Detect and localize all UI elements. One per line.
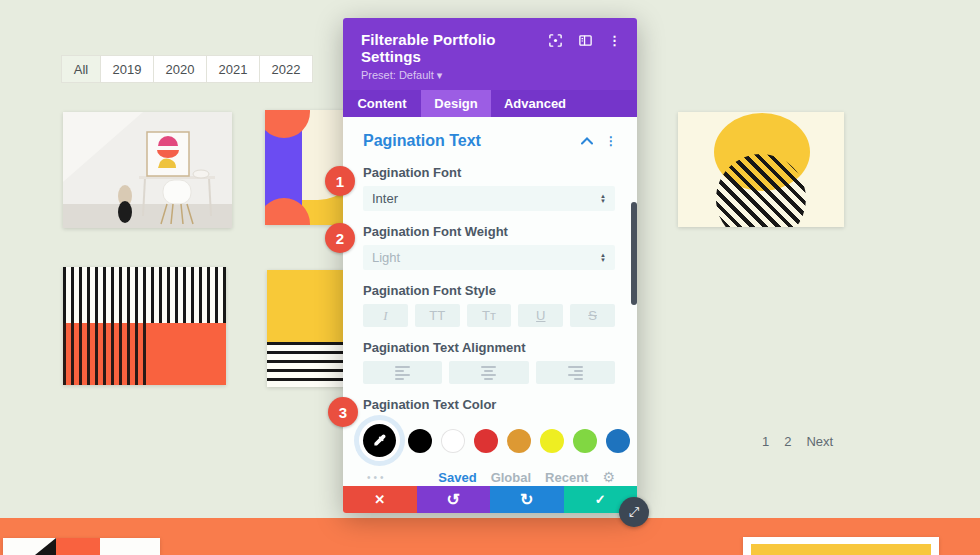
swatch-blue[interactable] xyxy=(606,429,630,453)
tab-advanced[interactable]: Advanced xyxy=(491,90,579,117)
yellow-rect-shape xyxy=(751,544,931,555)
pagination-page-2[interactable]: 2 xyxy=(784,434,791,449)
current-color-eyedropper[interactable] xyxy=(363,424,396,457)
tab-content[interactable]: Content xyxy=(343,90,421,117)
pagination-font-weight-label: Pagination Font Weight xyxy=(363,224,615,239)
pagination-font-weight-select[interactable]: Light ▲▼ xyxy=(363,245,615,270)
swatch-green[interactable] xyxy=(573,429,597,453)
redo-button[interactable]: ↻ xyxy=(490,486,564,513)
text-alignment-button-group xyxy=(363,361,615,384)
align-right-button[interactable] xyxy=(536,361,615,384)
annotation-badge-3: 3 xyxy=(328,397,358,427)
pagination-text-color-label: Pagination Text Color xyxy=(363,397,615,412)
small-caps-button[interactable]: Tᴛ xyxy=(467,304,512,327)
align-center-button[interactable] xyxy=(449,361,528,384)
palette-tab-saved[interactable]: Saved xyxy=(438,470,476,485)
page: All 2019 2020 2021 2022 xyxy=(0,0,980,555)
portfolio-item-cropped-right[interactable] xyxy=(743,537,939,555)
annotation-badge-1: 1 xyxy=(325,166,355,196)
section-title: Pagination Text xyxy=(363,132,481,150)
modal-title: Filterable Portfolio Settings xyxy=(361,31,548,65)
section-menu-ellipsis-icon[interactable]: ⋮ xyxy=(605,134,617,148)
modal-tab-bar: Content Design Advanced xyxy=(343,90,637,117)
align-right-icon xyxy=(568,366,583,380)
undo-icon: ↺ xyxy=(447,490,460,509)
focus-module-icon[interactable] xyxy=(548,33,563,48)
stripe-overlay xyxy=(63,323,149,385)
filter-tab-2019[interactable]: 2019 xyxy=(100,55,154,83)
portfolio-filter-bar: All 2019 2020 2021 2022 xyxy=(61,55,313,83)
modal-footer-actions: ✕ ↺ ↻ ✓ xyxy=(343,486,637,513)
pagination-font-label: Pagination Font xyxy=(363,165,615,180)
modal-header[interactable]: Filterable Portfolio Settings ⋮ Preset: … xyxy=(343,18,637,90)
split-view-icon[interactable] xyxy=(578,33,593,48)
align-center-icon xyxy=(481,366,496,380)
undo-button[interactable]: ↺ xyxy=(417,486,491,513)
preset-selector[interactable]: Preset: Default ▾ xyxy=(361,69,621,82)
gear-icon[interactable]: ⚙ xyxy=(602,469,615,485)
portfolio-item-cropped-left[interactable] xyxy=(3,538,160,555)
align-left-icon xyxy=(395,366,410,380)
eyedropper-icon xyxy=(373,434,386,447)
vertical-stripes xyxy=(63,267,226,323)
modal-menu-ellipsis-icon[interactable]: ⋮ xyxy=(608,35,621,47)
portfolio-pagination: 1 2 Next xyxy=(762,434,833,449)
italic-button[interactable]: I xyxy=(363,304,408,327)
swatch-black[interactable] xyxy=(408,429,432,453)
pagination-text-alignment-label: Pagination Text Alignment xyxy=(363,340,615,355)
filterable-portfolio-settings-modal: Filterable Portfolio Settings ⋮ Preset: … xyxy=(343,18,637,513)
orange-rect-shape xyxy=(56,538,100,555)
swatch-red[interactable] xyxy=(474,429,498,453)
tab-design[interactable]: Design xyxy=(421,90,491,117)
redo-icon: ↻ xyxy=(520,490,533,509)
font-style-button-group: I TT Tᴛ U S xyxy=(363,304,615,327)
annotation-badge-2: 2 xyxy=(325,223,355,253)
resize-arrows-icon: ⤢ xyxy=(629,504,639,520)
pagination-page-1[interactable]: 1 xyxy=(762,434,769,449)
more-options-dots-icon[interactable]: ••• xyxy=(367,472,387,483)
pagination-font-value: Inter xyxy=(372,191,398,206)
color-swatch-row xyxy=(363,424,615,457)
purple-column xyxy=(265,110,302,225)
palette-tab-recent[interactable]: Recent xyxy=(545,470,588,485)
pagination-font-select[interactable]: Inter ▲▼ xyxy=(363,186,615,211)
section-header-pagination-text: Pagination Text ⋮ xyxy=(343,117,637,152)
modal-body: Pagination Text ⋮ Pagination Font Inter … xyxy=(343,117,637,513)
palette-tab-global[interactable]: Global xyxy=(491,470,531,485)
discard-button[interactable]: ✕ xyxy=(343,486,417,513)
portfolio-item-sun-stripes[interactable] xyxy=(678,112,844,227)
room-photo-illustration xyxy=(63,112,232,228)
strikethrough-button[interactable]: S xyxy=(570,304,615,327)
uppercase-button[interactable]: TT xyxy=(415,304,460,327)
palette-tabs-row: ••• Saved Global Recent ⚙ xyxy=(367,469,615,485)
portfolio-item-room-photo[interactable] xyxy=(63,112,232,228)
portfolio-item-stripes-orange[interactable] xyxy=(63,267,226,385)
align-left-button[interactable] xyxy=(363,361,442,384)
modal-scrollbar-thumb[interactable] xyxy=(631,202,637,305)
check-icon: ✓ xyxy=(595,492,606,507)
filter-tab-2022[interactable]: 2022 xyxy=(259,55,313,83)
pagination-font-weight-value: Light xyxy=(372,250,400,265)
swatch-white[interactable] xyxy=(441,429,465,453)
filter-tab-2021[interactable]: 2021 xyxy=(206,55,260,83)
swatch-yellow[interactable] xyxy=(540,429,564,453)
stepper-icon: ▲▼ xyxy=(600,253,606,263)
filter-tab-all[interactable]: All xyxy=(61,55,101,83)
chevron-up-icon[interactable] xyxy=(581,137,593,145)
swatch-orange[interactable] xyxy=(507,429,531,453)
close-icon: ✕ xyxy=(374,492,385,507)
pagination-next[interactable]: Next xyxy=(806,434,833,449)
orange-block xyxy=(63,323,226,385)
underline-button[interactable]: U xyxy=(518,304,563,327)
stepper-icon: ▲▼ xyxy=(600,194,606,204)
caret-down-icon: ▾ xyxy=(437,69,443,81)
filter-tab-2020[interactable]: 2020 xyxy=(153,55,207,83)
modal-resize-handle[interactable]: ⤢ xyxy=(619,497,649,527)
black-triangle-shape xyxy=(35,538,56,555)
pagination-font-style-label: Pagination Font Style xyxy=(363,283,615,298)
